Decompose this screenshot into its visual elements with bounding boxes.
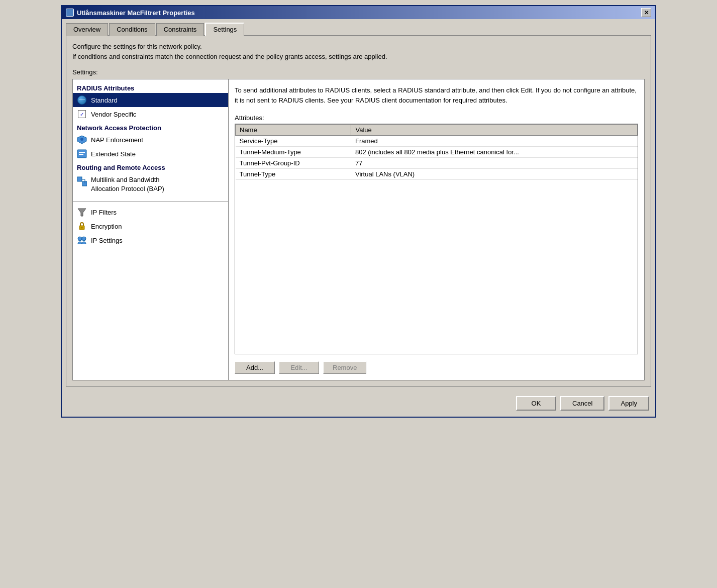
filter-icon [77, 207, 87, 217]
svg-point-0 [80, 138, 83, 141]
row-name: Tunnel-Type [236, 169, 351, 180]
row-value: Virtual LANs (VLAN) [351, 169, 638, 180]
remove-button[interactable]: Remove [323, 361, 366, 374]
row-name: Service-Type [236, 136, 351, 147]
cancel-button[interactable]: Cancel [560, 396, 604, 411]
svg-marker-8 [78, 209, 86, 216]
window-title: Utlånsmaskiner MacFiltrert Properties [77, 9, 195, 17]
table-row[interactable]: Tunnel-Medium-Type 802 (includes all 802… [236, 147, 638, 158]
tab-overview[interactable]: Overview [66, 23, 108, 36]
ip-settings-icon [77, 235, 87, 245]
tab-settings[interactable]: Settings [205, 23, 244, 36]
description-line1: Configure the settings for this network … [72, 42, 645, 52]
svg-rect-2 [79, 152, 85, 153]
svg-rect-4 [77, 177, 82, 181]
row-value: 77 [351, 158, 638, 169]
dialog-body: Overview Conditions Constraints Settings… [62, 19, 655, 417]
nav-item-standard[interactable]: Standard [73, 93, 228, 107]
section-header-nap: Network Access Protection [73, 121, 228, 133]
nav-item-nap-label: NAP Enforcement [91, 136, 143, 144]
title-bar-text: Utlånsmaskiner MacFiltrert Properties [66, 9, 195, 17]
tab-content: Configure the settings for this network … [66, 35, 651, 387]
right-panel: To send additional attributes to RADIUS … [229, 79, 644, 380]
row-value: Framed [351, 136, 638, 147]
row-value: 802 (includes all 802 media plus Etherne… [351, 147, 638, 158]
checkbox-icon: ✓ [77, 109, 87, 119]
add-button[interactable]: Add... [235, 361, 275, 374]
nav-item-multilink-label: Multilink and BandwidthAllocation Protoc… [91, 175, 164, 193]
left-panel: RADIUS Attributes Standard ✓ Vendor Sp [73, 79, 229, 380]
col-header-name: Name [236, 125, 351, 136]
close-button[interactable]: ✕ [641, 8, 651, 17]
svg-point-11 [78, 237, 82, 241]
attributes-table-container: Name Value Service-Type Framed [235, 124, 638, 354]
description-block: Configure the settings for this network … [72, 42, 645, 61]
description-line2: If conditions and constraints match the … [72, 52, 645, 62]
row-name: Tunnel-Medium-Type [236, 147, 351, 158]
nav-item-nap-enforcement[interactable]: NAP Enforcement [73, 133, 228, 147]
tab-constraints[interactable]: Constraints [156, 23, 204, 36]
shield-icon [77, 135, 87, 145]
attributes-table: Name Value Service-Type Framed [235, 124, 638, 180]
globe-icon [77, 95, 87, 105]
table-buttons: Add... Edit... Remove [235, 361, 638, 374]
bottom-buttons: OK Cancel Apply [62, 391, 655, 417]
svg-point-10 [81, 227, 83, 229]
attributes-label: Attributes: [235, 114, 638, 122]
tab-conditions[interactable]: Conditions [109, 23, 155, 36]
col-header-value: Value [351, 125, 638, 136]
table-row[interactable]: Service-Type Framed [236, 136, 638, 147]
nav-item-encryption[interactable]: Encryption [73, 219, 228, 233]
settings-panel: RADIUS Attributes Standard ✓ Vendor Sp [72, 79, 645, 380]
row-name: Tunnel-Pvt-Group-ID [236, 158, 351, 169]
svg-point-12 [82, 237, 86, 241]
tabs-container: Overview Conditions Constraints Settings [62, 19, 655, 35]
table-row[interactable]: Tunnel-Pvt-Group-ID 77 [236, 158, 638, 169]
svg-rect-3 [79, 154, 83, 155]
right-description: To send additional attributes to RADIUS … [235, 85, 638, 105]
ok-button[interactable]: OK [516, 396, 556, 411]
nav-item-multilink[interactable]: Multilink and BandwidthAllocation Protoc… [73, 172, 228, 195]
title-icon [66, 9, 74, 17]
table-row[interactable]: Tunnel-Type Virtual LANs (VLAN) [236, 169, 638, 180]
lock-icon [77, 221, 87, 231]
edit-button[interactable]: Edit... [279, 361, 319, 374]
dialog-window: Utlånsmaskiner MacFiltrert Properties ✕ … [61, 5, 656, 418]
section-header-radius: RADIUS Attributes [73, 81, 228, 93]
settings-label: Settings: [72, 68, 645, 76]
nav-item-ip-settings-label: IP Settings [91, 237, 123, 244]
apply-button[interactable]: Apply [608, 396, 649, 411]
nav-item-ip-filters[interactable]: IP Filters [73, 205, 228, 219]
nav-item-ip-filters-label: IP Filters [91, 209, 117, 216]
nav-item-vendor-specific[interactable]: ✓ Vendor Specific [73, 107, 228, 121]
title-bar: Utlånsmaskiner MacFiltrert Properties ✕ [62, 6, 655, 19]
section-header-routing: Routing and Remote Access [73, 161, 228, 172]
routing-icon [77, 176, 87, 186]
nav-item-ip-settings[interactable]: IP Settings [73, 233, 228, 247]
nav-item-vendor-label: Vendor Specific [91, 111, 136, 118]
nav-item-extended-state[interactable]: Extended State [73, 147, 228, 161]
nav-item-encryption-label: Encryption [91, 223, 122, 230]
extended-state-icon [77, 149, 87, 159]
nav-item-extended-label: Extended State [91, 150, 136, 158]
nav-item-standard-label: Standard [91, 96, 118, 104]
